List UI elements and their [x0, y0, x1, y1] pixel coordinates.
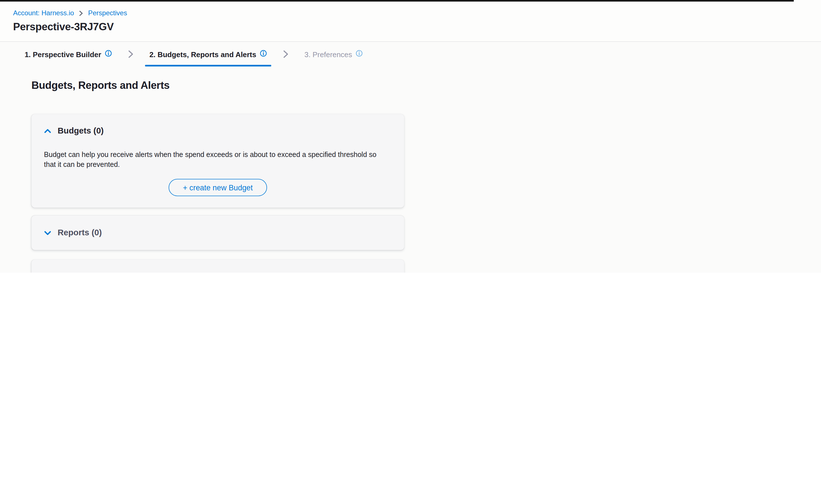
tab-label: 2. Budgets, Reports and Alerts — [149, 50, 256, 59]
budgets-button-row: + create new Budget — [44, 179, 392, 196]
budgets-card-title: Budgets (0) — [57, 127, 104, 135]
tab-label: 3. Preferences — [304, 50, 352, 59]
page-title: Perspective-3RJ7GV — [13, 21, 821, 33]
create-new-budget-button[interactable]: + create new Budget — [169, 179, 267, 196]
chevron-down-icon[interactable] — [44, 231, 51, 236]
budgets-card-header[interactable]: Budgets (0) — [44, 127, 392, 135]
reports-card-title: Reports (0) — [57, 229, 102, 237]
chevron-up-icon[interactable] — [44, 129, 51, 133]
tab-perspective-builder[interactable]: 1. Perspective Builder — [20, 42, 116, 66]
reports-card-header[interactable]: Reports (0) — [44, 229, 102, 237]
tab-preferences[interactable]: 3. Preferences — [300, 42, 367, 66]
breadcrumb-perspectives-link[interactable]: Perspectives — [88, 9, 127, 17]
anomaly-alerts-card[interactable]: Anomaly Alerts (0) — [31, 259, 404, 273]
budgets-description: Budget can help you receive alerts when … — [44, 150, 390, 169]
breadcrumb: Account: Harness.io Perspectives — [13, 9, 821, 17]
page-header: Account: Harness.io Perspectives Perspec… — [0, 0, 821, 42]
window-top-edge — [0, 0, 794, 1]
wizard-tab-bar: 1. Perspective Builder 2. Budgets, Repor… — [0, 42, 821, 66]
app-window: Account: Harness.io Perspectives Perspec… — [0, 0, 821, 273]
info-icon[interactable] — [356, 50, 363, 59]
reports-card[interactable]: Reports (0) — [31, 216, 404, 250]
info-icon[interactable] — [260, 50, 267, 59]
tab-label: 1. Perspective Builder — [25, 50, 101, 59]
main-content: Budgets, Reports and Alerts Budgets (0) … — [31, 66, 404, 273]
page-section-heading: Budgets, Reports and Alerts — [31, 79, 404, 92]
info-icon[interactable] — [105, 50, 112, 59]
chevron-right-icon — [283, 50, 289, 59]
budgets-card: Budgets (0) Budget can help you receive … — [31, 114, 404, 208]
tab-budgets-reports-alerts[interactable]: 2. Budgets, Reports and Alerts — [145, 42, 272, 66]
breadcrumb-account-link[interactable]: Account: Harness.io — [13, 9, 74, 17]
breadcrumb-separator-icon — [79, 10, 83, 16]
chevron-right-icon — [127, 50, 134, 59]
